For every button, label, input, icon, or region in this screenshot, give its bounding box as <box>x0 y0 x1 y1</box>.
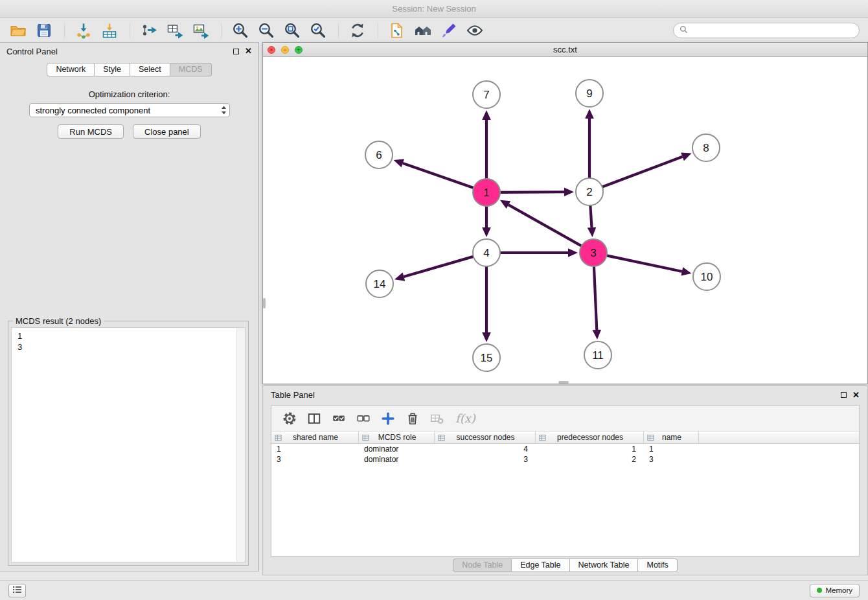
graph-node-15[interactable]: 15 <box>473 344 500 371</box>
import-network-icon[interactable] <box>74 21 93 40</box>
maximize-window-button[interactable]: + <box>295 46 303 54</box>
network-canvas[interactable]: 7968124314101511 <box>263 57 867 384</box>
tab-motifs[interactable]: Motifs <box>638 559 677 572</box>
table-panel: Table Panel ✕ f(x) shared nameMCDS roles… <box>262 386 868 575</box>
tab-node-table[interactable]: Node Table <box>453 559 512 572</box>
table-cell: 3 <box>435 455 536 464</box>
edge-2-8[interactable] <box>602 157 683 187</box>
svg-text:15: 15 <box>481 352 493 364</box>
delete-table-icon[interactable] <box>426 409 448 428</box>
column-header-label: name <box>656 433 698 442</box>
search-input[interactable] <box>691 26 853 35</box>
zoom-fit-icon[interactable] <box>282 21 302 40</box>
table-cell: 3 <box>644 455 699 464</box>
table-cell: 3 <box>271 455 359 464</box>
tab-edge-table[interactable]: Edge Table <box>512 559 569 572</box>
graph-node-1[interactable]: 1 <box>473 179 500 206</box>
run-mcds-button[interactable]: Run MCDS <box>58 124 124 139</box>
float-table-panel-icon[interactable] <box>841 392 847 398</box>
tab-mcds[interactable]: MCDS <box>170 63 212 76</box>
edge-1-6[interactable] <box>403 163 474 188</box>
table-toolbar: f(x) <box>271 406 859 432</box>
edge-3-10[interactable] <box>607 255 682 271</box>
table-row[interactable]: 1dominator411 <box>271 444 859 454</box>
sort-icon <box>275 434 282 441</box>
apply-style-icon[interactable] <box>439 21 459 40</box>
deselect-all-icon[interactable] <box>352 409 374 428</box>
float-panel-icon[interactable] <box>233 49 239 54</box>
edge-4-14[interactable] <box>404 257 473 277</box>
table-panel-tabs: Node TableEdge TableNetwork TableMotifs <box>263 559 867 572</box>
graph-node-9[interactable]: 9 <box>576 80 603 107</box>
graph-node-7[interactable]: 7 <box>473 81 500 108</box>
horizontal-scrollbar[interactable] <box>558 381 569 384</box>
sort-icon <box>647 434 654 441</box>
optimization-dropdown[interactable]: strongly connected component <box>29 103 230 117</box>
column-header-MCDS-role[interactable]: MCDS role <box>359 432 435 443</box>
create-column-icon[interactable] <box>376 409 399 428</box>
graph-node-6[interactable]: 6 <box>365 141 393 168</box>
tab-style[interactable]: Style <box>95 63 130 76</box>
table-row[interactable]: 3dominator323 <box>271 454 859 465</box>
export-network-icon[interactable] <box>139 21 159 40</box>
column-header-predecessor-nodes[interactable]: predecessor nodes <box>536 432 644 443</box>
import-table-icon[interactable] <box>100 21 119 40</box>
table-body: 1dominator4113dominator323 <box>271 444 859 465</box>
apply-layout-icon[interactable] <box>348 21 367 40</box>
graph-node-10[interactable]: 10 <box>693 263 720 290</box>
column-header-shared-name[interactable]: shared name <box>271 432 359 443</box>
home-icon[interactable] <box>413 21 433 40</box>
settings-icon[interactable] <box>278 409 301 428</box>
toolbar-separator <box>338 23 339 38</box>
graph-node-2[interactable]: 2 <box>576 178 603 205</box>
show-graphics-details-icon[interactable] <box>465 21 485 40</box>
graph-node-14[interactable]: 14 <box>366 270 393 297</box>
svg-text:6: 6 <box>376 149 382 161</box>
column-header-successor-nodes[interactable]: successor nodes <box>435 432 536 443</box>
vertical-scrollbar[interactable] <box>263 298 266 308</box>
minimize-window-button[interactable]: − <box>281 46 289 54</box>
close-table-panel-icon[interactable]: ✕ <box>852 391 860 399</box>
save-session-icon[interactable] <box>34 21 54 40</box>
tab-select[interactable]: Select <box>130 63 170 76</box>
column-header-name[interactable]: name <box>644 432 699 443</box>
svg-text:4: 4 <box>483 247 489 259</box>
toggle-column-display-icon[interactable] <box>303 409 325 428</box>
tab-network-table[interactable]: Network Table <box>570 559 639 572</box>
tab-network[interactable]: Network <box>47 63 95 76</box>
export-table-icon[interactable] <box>165 21 185 40</box>
svg-text:1: 1 <box>483 187 489 199</box>
edge-arrowhead <box>585 109 594 119</box>
mcds-result-list[interactable]: 13 <box>11 327 246 562</box>
zoom-selected-icon[interactable] <box>308 21 328 40</box>
table-cell: 1 <box>644 444 699 454</box>
edge-3-1[interactable] <box>508 205 582 246</box>
edge-1-2[interactable] <box>500 192 564 192</box>
edge-2-3[interactable] <box>590 205 591 227</box>
edge-3-11[interactable] <box>594 266 597 330</box>
select-all-icon[interactable] <box>327 409 350 428</box>
close-panel-button[interactable]: Close panel <box>133 124 201 139</box>
result-scrollbar[interactable] <box>236 328 245 562</box>
export-image-icon[interactable] <box>191 21 211 40</box>
delete-columns-icon[interactable] <box>401 409 424 428</box>
panel-list-button[interactable] <box>8 584 26 597</box>
close-window-button[interactable]: × <box>268 46 275 54</box>
search-icon <box>680 25 688 36</box>
graph-node-3[interactable]: 3 <box>580 239 607 266</box>
list-icon <box>12 584 23 596</box>
open-session-icon[interactable] <box>8 21 28 40</box>
column-header-label: successor nodes <box>446 433 535 442</box>
graph-node-8[interactable]: 8 <box>692 134 720 161</box>
network-window-titlebar[interactable]: scc.txt × − + <box>263 43 867 57</box>
edge-arrowhead <box>482 332 491 342</box>
function-builder-icon[interactable]: f(x) <box>455 411 475 425</box>
memory-button[interactable]: Memory <box>810 584 860 597</box>
search-box[interactable] <box>673 23 860 38</box>
zoom-in-icon[interactable] <box>231 21 250 40</box>
graph-node-4[interactable]: 4 <box>473 239 500 266</box>
close-panel-icon[interactable]: ✕ <box>245 47 252 55</box>
zoom-out-icon[interactable] <box>257 21 276 40</box>
import-public-network-icon[interactable] <box>387 21 407 40</box>
graph-node-11[interactable]: 11 <box>584 341 611 369</box>
